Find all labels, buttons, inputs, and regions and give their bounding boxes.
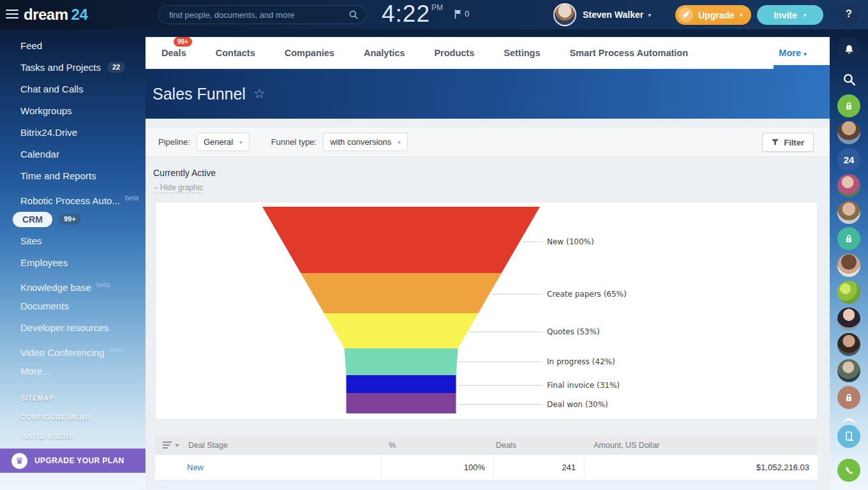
clock[interactable]: 4:22PM <box>382 1 443 27</box>
upgrade-plan-banner[interactable]: ♛ UPGRADE YOUR PLAN <box>0 449 146 473</box>
sidebar-item-chat-and-calls[interactable]: Chat and Calls <box>0 78 146 100</box>
tab-analytics[interactable]: Analytics <box>364 48 405 58</box>
favorite-star-icon[interactable]: ☆ <box>253 86 266 101</box>
notifications-bell-button[interactable] <box>837 38 860 61</box>
help-button[interactable]: ? <box>837 3 860 26</box>
sidebar-item-tasks-and-projects[interactable]: Tasks and Projects22 <box>0 57 146 78</box>
upgrade-button[interactable]: Upgrade ▾ <box>675 5 751 25</box>
sidebar-item-sites[interactable]: Sites <box>0 230 146 252</box>
collapse-rail-chevron-icon[interactable] <box>842 413 855 425</box>
funnel-segment-quotes[interactable] <box>324 313 479 348</box>
pipeline-label: Pipeline: <box>158 137 190 147</box>
tab-products[interactable]: Products <box>434 48 474 58</box>
sidebar-item-workgroups[interactable]: Workgroups <box>0 100 146 122</box>
chat-avatar[interactable] <box>837 359 860 382</box>
tab-badge: 99+ <box>174 37 192 47</box>
mobile-device-icon <box>843 431 855 442</box>
table-settings-icon[interactable] <box>155 442 187 449</box>
sidebar-item-time-and-reports[interactable]: Time and Reports <box>0 165 146 187</box>
col-header-percent[interactable]: % <box>381 441 493 450</box>
chat-avatar[interactable] <box>837 254 860 277</box>
sidebar-item-feed[interactable]: Feed <box>0 35 146 57</box>
global-search[interactable] <box>158 5 367 24</box>
sidebar-item-knowledge-base[interactable]: Knowledge basebeta <box>0 274 146 295</box>
chevron-down-icon: ▾ <box>398 139 401 145</box>
invite-button[interactable]: Invite ▾ <box>757 5 823 25</box>
sitemap-link[interactable]: SITEMAP <box>20 394 91 402</box>
sidebar-item-crm[interactable]: CRM99+ <box>0 209 146 230</box>
tab-settings[interactable]: Settings <box>504 48 540 58</box>
funnel-segment-deal-won[interactable] <box>347 393 456 413</box>
search-icon[interactable] <box>348 10 359 20</box>
filter-funnel-icon <box>772 139 779 145</box>
funnel-segment-in-progress[interactable] <box>345 348 458 375</box>
tab-contacts[interactable]: Contacts <box>216 48 255 58</box>
tab-deals[interactable]: Deals99+ <box>161 48 186 58</box>
pipeline-value: General <box>204 137 233 147</box>
chat-avatar[interactable] <box>837 281 860 304</box>
invite-users-link[interactable]: INVITE USERS <box>20 433 91 440</box>
locked-feature-brown-button[interactable] <box>837 386 860 409</box>
funnel-segment-create-papers[interactable] <box>301 273 502 313</box>
beta-label: beta <box>96 281 110 288</box>
tab-smart-process-automation[interactable]: Smart Process Automation <box>569 48 688 58</box>
chat-avatar[interactable] <box>837 333 860 356</box>
cell-deal-stage: New <box>187 463 381 472</box>
funnel-segment-final-invoice[interactable] <box>347 375 456 393</box>
table-row-partial <box>155 480 818 490</box>
locked-feature-teal-button[interactable] <box>837 227 860 250</box>
rail-search-button[interactable] <box>837 68 860 91</box>
sidebar-badge: 22 <box>107 62 125 73</box>
sidebar-item-bitrix24-drive[interactable]: Bitrix24.Drive <box>0 122 146 144</box>
page-header: Sales Funnel ☆ <box>146 69 830 119</box>
hide-graphic-link[interactable]: – Hide graphic <box>154 183 203 193</box>
bitrix24-chat-button[interactable]: 24 <box>837 148 860 171</box>
telephony-button[interactable] <box>837 459 860 482</box>
funnel-segment-new[interactable] <box>262 207 540 273</box>
user-avatar[interactable] <box>553 3 576 26</box>
sidebar-item-video-conferencing[interactable]: Video Conferencingbeta <box>0 339 146 360</box>
section-title: Currently Active <box>153 168 216 178</box>
left-sidebar: FeedTasks and Projects22Chat and CallsWo… <box>0 29 146 490</box>
sidebar-item-developer-resources[interactable]: Developer resources <box>0 317 146 339</box>
configure-menu-link[interactable]: CONFIGURE MENU <box>20 413 91 421</box>
crm-nav-tabs: Deals99+ContactsCompaniesAnalyticsProduc… <box>146 37 830 69</box>
right-rail: ? 24 <box>830 0 868 490</box>
pipeline-select[interactable]: General ▾ <box>197 133 250 151</box>
flag-count: 0 <box>465 9 469 19</box>
hamburger-menu-icon[interactable] <box>6 10 19 19</box>
sidebar-item-employees[interactable]: Employees <box>0 252 146 274</box>
chat-avatar[interactable] <box>837 201 860 224</box>
col-header-amount[interactable]: Amount, US Dollar <box>584 441 818 450</box>
sidebar-item-robotic-process-auto[interactable]: Robotic Process Auto...beta <box>0 187 146 209</box>
user-name: Steven Walker <box>583 10 643 20</box>
locked-feature-green-button[interactable] <box>837 94 860 117</box>
search-input[interactable] <box>169 10 348 20</box>
col-header-deal-stage[interactable]: Deal Stage <box>187 441 381 450</box>
filter-button[interactable]: Filter <box>762 133 814 152</box>
upgrade-plan-label: UPGRADE YOUR PLAN <box>34 456 124 465</box>
funnel-type-select[interactable]: with conversions ▾ <box>323 133 408 151</box>
user-menu[interactable]: Steven Walker ▾ <box>583 0 651 29</box>
phone-icon <box>844 465 855 476</box>
sidebar-item-calendar[interactable]: Calendar <box>0 144 146 165</box>
tab-more[interactable]: More▾ <box>779 48 807 58</box>
mobile-app-button[interactable] <box>837 425 860 448</box>
chat-avatar[interactable] <box>837 174 860 197</box>
top-bar: dream24 4:22PM 0 Steven Walker ▾ Upgrade… <box>0 0 868 29</box>
funnel-stage-label: Quotes (53%) <box>547 327 600 336</box>
col-header-deals[interactable]: Deals <box>493 441 584 450</box>
lock-icon <box>844 101 854 111</box>
chat-avatar[interactable] <box>837 121 860 144</box>
deal-stage-link[interactable]: New <box>187 463 204 472</box>
app-logo[interactable]: dream24 <box>24 0 87 29</box>
chat-avatar[interactable] <box>837 308 860 330</box>
sidebar-item-documents[interactable]: Documents <box>0 295 146 317</box>
deal-stage-table: Deal Stage % Deals Amount, US Dollar New… <box>155 436 818 490</box>
tab-companies[interactable]: Companies <box>285 48 334 58</box>
notifications-flag[interactable]: 0 <box>454 9 469 19</box>
sidebar-item-more[interactable]: More... <box>0 360 146 382</box>
funnel-type-label: Funnel type: <box>271 137 317 147</box>
chevron-down-icon: ▾ <box>804 50 807 57</box>
cell-amount: $1,052,216.03 <box>584 455 818 480</box>
